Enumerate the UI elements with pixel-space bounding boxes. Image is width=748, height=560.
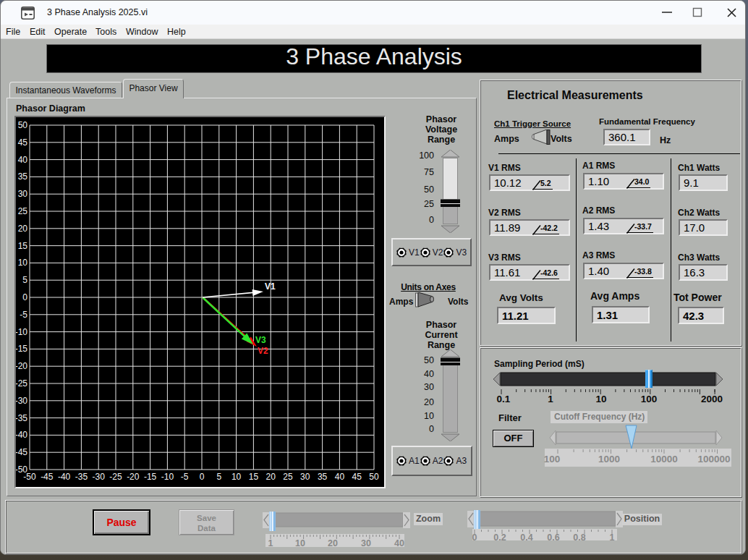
svg-text:-20: -20 [127,472,140,482]
svg-text:-50: -50 [23,472,36,482]
svg-text:45: 45 [352,472,362,482]
svg-text:-30: -30 [93,472,106,482]
svg-text:-45: -45 [16,447,27,457]
svg-text:V2: V2 [258,346,268,356]
svg-text:50: 50 [18,120,28,130]
svg-text:5: 5 [22,275,27,285]
svg-text:V1: V1 [265,281,276,292]
svg-text:-10: -10 [16,327,27,337]
svg-text:25: 25 [283,472,293,482]
svg-text:40: 40 [18,155,28,165]
svg-text:15: 15 [249,472,259,482]
svg-text:V3: V3 [255,335,266,345]
svg-text:35: 35 [318,472,328,482]
svg-text:-40: -40 [58,472,71,482]
svg-text:-40: -40 [16,430,27,440]
svg-text:-25: -25 [16,378,27,389]
svg-text:5: 5 [216,472,221,482]
svg-text:40: 40 [335,472,345,482]
svg-text:20: 20 [266,472,276,482]
svg-text:-30: -30 [16,396,27,406]
svg-text:-15: -15 [16,344,27,354]
svg-text:30: 30 [300,472,310,482]
svg-text:-10: -10 [161,472,174,482]
svg-text:-5: -5 [181,472,189,482]
svg-text:-35: -35 [75,472,88,482]
svg-text:20: 20 [18,224,28,234]
svg-text:0: 0 [200,472,205,482]
svg-text:-25: -25 [109,472,122,482]
svg-text:10: 10 [18,258,28,268]
svg-text:25: 25 [18,206,28,216]
svg-text:50: 50 [369,472,379,482]
svg-text:-35: -35 [16,413,27,423]
svg-text:10: 10 [231,472,242,482]
svg-text:45: 45 [18,137,28,148]
svg-text:-15: -15 [144,472,157,482]
svg-text:35: 35 [18,171,28,182]
svg-text:30: 30 [18,189,28,199]
svg-text:0: 0 [22,292,27,302]
svg-text:15: 15 [18,241,28,251]
svg-text:-20: -20 [16,361,27,371]
svg-text:-5: -5 [20,310,27,320]
svg-text:-45: -45 [41,472,54,482]
